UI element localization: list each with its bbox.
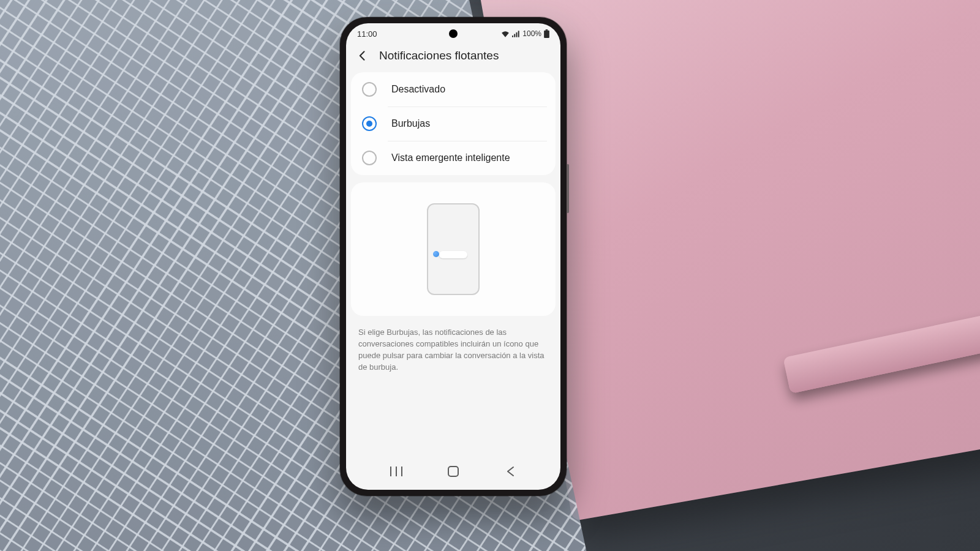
option-vista-emergente[interactable]: Vista emergente inteligente xyxy=(351,141,556,175)
option-label: Vista emergente inteligente xyxy=(391,152,510,163)
wifi-icon xyxy=(501,31,510,37)
spacer xyxy=(346,373,560,457)
back-icon xyxy=(505,466,515,477)
nav-back-button[interactable] xyxy=(502,463,519,480)
option-burbujas[interactable]: Burbujas xyxy=(351,107,556,141)
svg-rect-6 xyxy=(390,467,391,476)
home-icon xyxy=(448,466,459,477)
svg-rect-1 xyxy=(514,34,516,37)
nav-recents-button[interactable] xyxy=(388,463,405,480)
svg-rect-0 xyxy=(512,36,513,37)
svg-rect-5 xyxy=(544,31,549,38)
recents-icon xyxy=(390,467,402,476)
radio-icon xyxy=(362,82,377,97)
preview-phone-illustration xyxy=(427,203,480,295)
svg-rect-8 xyxy=(401,467,402,476)
navigation-bar xyxy=(346,457,560,490)
options-card: Desactivado Burbujas Vista emergente int… xyxy=(351,72,556,175)
phone-frame: 11:00 100% xyxy=(340,17,567,496)
page-title: Notificaciones flotantes xyxy=(379,49,499,62)
camera-punch-hole xyxy=(449,29,458,38)
preview-card xyxy=(351,182,556,316)
option-description: Si elige Burbujas, las notificaciones de… xyxy=(346,316,560,373)
signal-icon xyxy=(512,31,520,37)
radio-icon xyxy=(362,116,377,131)
option-label: Burbujas xyxy=(391,118,430,129)
preview-notification-bar xyxy=(439,251,467,258)
svg-rect-2 xyxy=(516,32,518,37)
svg-rect-4 xyxy=(546,29,548,31)
background-photo: 11:00 100% xyxy=(0,0,980,551)
svg-rect-9 xyxy=(448,467,458,476)
back-button[interactable] xyxy=(355,48,371,64)
status-time: 11:00 xyxy=(357,29,377,39)
phone-screen: 11:00 100% xyxy=(346,23,560,490)
option-desactivado[interactable]: Desactivado xyxy=(351,72,556,107)
svg-rect-3 xyxy=(518,31,519,37)
radio-icon xyxy=(362,151,377,165)
svg-rect-7 xyxy=(396,467,397,476)
nav-home-button[interactable] xyxy=(445,463,462,480)
preview-bubble-icon xyxy=(433,251,439,257)
phone-side-button xyxy=(567,164,569,213)
status-right-cluster: 100% xyxy=(501,29,549,38)
chevron-left-icon xyxy=(356,50,369,62)
battery-icon xyxy=(544,29,549,38)
status-battery-text: 100% xyxy=(522,29,541,38)
header: Notificaciones flotantes xyxy=(346,44,560,72)
option-label: Desactivado xyxy=(391,84,445,95)
